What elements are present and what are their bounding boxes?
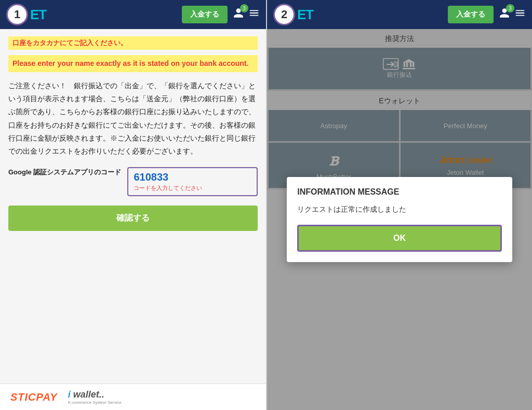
user-icon-left[interactable]: 3: [233, 7, 244, 22]
iwallet-main-text: i wallet..: [68, 389, 104, 400]
left-content: 口座をカタカナにてご記入ください。 Please enter your name…: [0, 29, 266, 384]
auth-input-wrap[interactable]: 610833 コードを入力してください: [127, 167, 258, 196]
header-left: 1 ET 入金する 3: [0, 0, 266, 29]
deposit-button-left[interactable]: 入金する: [182, 6, 228, 23]
user-icon-right[interactable]: 3: [499, 7, 510, 22]
main-instructions: ご注意ください！ 銀行振込での「出金」で、「銀行を選んでください」という項目が表…: [8, 79, 258, 158]
iwallet-logo: i wallet.. E-commerce System Service: [68, 389, 122, 405]
step-indicator-1: 1: [6, 4, 28, 25]
notification-badge-left: 3: [240, 4, 248, 12]
auth-code-value: 610833: [134, 171, 251, 183]
sticpay-logo: STICPAY: [10, 391, 58, 403]
english-notice: Please enter your name exactly as it is …: [8, 55, 258, 72]
notification-badge-right: 3: [506, 4, 514, 12]
confirm-button[interactable]: 確認する: [8, 206, 258, 231]
panel-left: 1 ET 入金する 3 口座をカタカナにてご記入ください。 Please ent…: [0, 0, 266, 410]
auth-code-hint: コードを入力してください: [134, 184, 251, 192]
google-auth-row: Google 認証システムアプリのコード 610833 コードを入力してください: [8, 167, 258, 196]
logo-left: ET: [30, 7, 46, 23]
logo-right: ET: [297, 7, 313, 23]
modal-message: リクエストは正常に作成しました: [297, 205, 502, 214]
panel-right: 2 ET 入金する 3 推奨方法: [266, 0, 532, 410]
header-right: 2 ET 入金する 3: [267, 0, 532, 29]
header-icons-right: 3: [499, 7, 526, 22]
header-icons-left: 3: [233, 7, 260, 22]
right-content: 推奨方法: [267, 29, 532, 410]
step-indicator-2: 2: [273, 4, 295, 25]
modal-overlay: INFORMATION MESSAGE リクエストは正常に作成しました OK: [267, 29, 532, 410]
katakana-notice: 口座をカタカナにてご記入ください。: [8, 36, 258, 50]
deposit-button-right[interactable]: 入金する: [448, 6, 494, 23]
menu-icon-left[interactable]: [248, 7, 260, 22]
auth-label: Google 認証システムアプリのコード: [8, 167, 121, 177]
iwallet-sub-text: E-commerce System Service: [68, 400, 122, 405]
modal-title: INFORMATION MESSAGE: [297, 187, 502, 197]
bottom-logos: STICPAY i wallet.. E-commerce System Ser…: [0, 384, 266, 410]
menu-icon-right[interactable]: [514, 7, 526, 22]
modal-ok-button[interactable]: OK: [297, 225, 502, 252]
information-modal: INFORMATION MESSAGE リクエストは正常に作成しました OK: [287, 177, 512, 262]
